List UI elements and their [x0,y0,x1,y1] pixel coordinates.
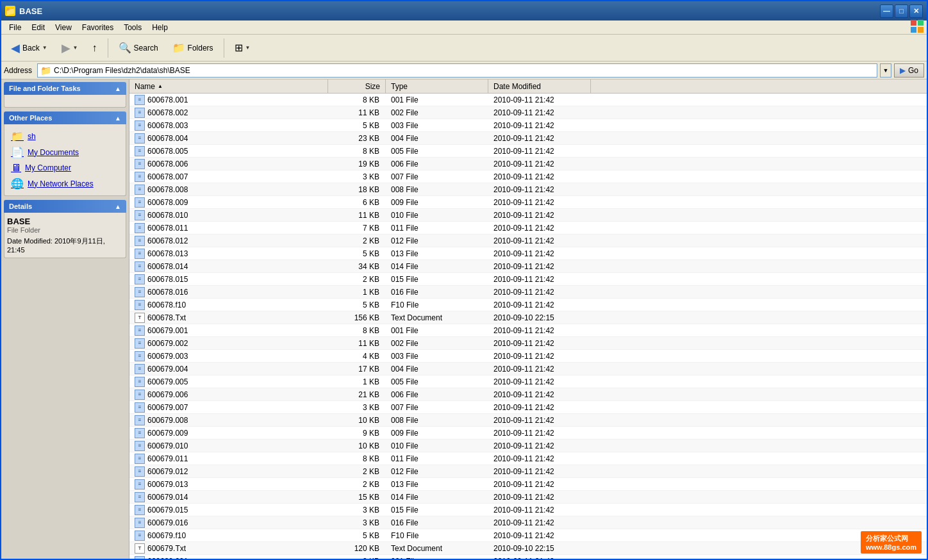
table-row[interactable]: ≡ 600678.010 11 KB 010 File 2010-09-11 2… [129,209,927,222]
table-row[interactable]: ≡ 600679.013 2 KB 013 File 2010-09-11 21… [129,478,927,491]
table-row[interactable]: ≡ 600678.012 2 KB 012 File 2010-09-11 21… [129,235,927,247]
file-date: 2010-09-11 21:42 [488,505,591,515]
views-dropdown-icon[interactable]: ▼ [245,45,251,51]
address-dropdown[interactable]: ▼ [880,63,891,78]
table-row[interactable]: ≡ 600678.015 2 KB 015 File 2010-09-11 21… [129,273,927,286]
table-row[interactable]: ≡ 600679.012 2 KB 012 File 2010-09-11 21… [129,465,927,478]
sidebar-item-mycomputer[interactable]: 🖥 My Computer [7,160,123,176]
table-row[interactable]: ≡ 600680.001 8 KB 001 File 2010-09-11 21… [129,555,927,559]
table-row[interactable]: ≡ 600679.007 3 KB 007 File 2010-09-11 21… [129,401,927,414]
file-date: 2010-09-11 21:42 [488,210,591,220]
table-row[interactable]: ≡ 600679.001 8 KB 001 File 2010-09-11 21… [129,324,927,337]
maximize-button[interactable]: □ [895,4,908,18]
file-type: 007 File [386,402,488,413]
col-header-name[interactable]: Name ▲ [129,79,328,93]
table-row[interactable]: ≡ 600679.002 11 KB 002 File 2010-09-11 2… [129,337,927,350]
other-collapse-icon[interactable]: ▲ [115,115,121,122]
table-row[interactable]: ≡ 600678.001 8 KB 001 File 2010-09-11 21… [129,94,927,106]
sidebar-tasks-header[interactable]: File and Folder Tasks ▲ [4,82,126,95]
table-row[interactable]: ≡ 600679.009 9 KB 009 File 2010-09-11 21… [129,427,927,440]
table-row[interactable]: ≡ 600678.011 7 KB 011 File 2010-09-11 21… [129,222,927,235]
file-date: 2010-09-11 21:42 [488,325,591,336]
table-row[interactable]: ≡ 600678.016 1 KB 016 File 2010-09-11 21… [129,286,927,299]
sidebar-other-header[interactable]: Other Places ▲ [4,111,126,124]
table-row[interactable]: ≡ 600678.006 19 KB 006 File 2010-09-11 2… [129,158,927,170]
col-header-size[interactable]: Size [328,79,386,93]
file-type: 016 File [386,287,488,297]
table-row[interactable]: ≡ 600678.002 11 KB 002 File 2010-09-11 2… [129,106,927,119]
table-row[interactable]: ≡ 600679.005 1 KB 005 File 2010-09-11 21… [129,375,927,388]
window-icon: 📁 [5,6,15,16]
folders-button[interactable]: 📁 Folders [167,37,219,59]
table-row[interactable]: ≡ 600678.f10 5 KB F10 File 2010-09-11 21… [129,299,927,311]
minimize-button[interactable]: — [880,4,893,18]
table-row[interactable]: ≡ 600679.010 10 KB 010 File 2010-09-11 2… [129,440,927,452]
table-row[interactable]: ≡ 600679.f10 5 KB F10 File 2010-09-11 21… [129,529,927,542]
search-button[interactable]: 🔍 Search [113,37,164,59]
file-name: 600678.010 [147,211,188,220]
address-input[interactable] [54,66,874,75]
col-header-date[interactable]: Date Modified [488,79,591,93]
table-row[interactable]: ≡ 600678.004 23 KB 004 File 2010-09-11 2… [129,132,927,145]
table-row[interactable]: ≡ 600679.003 4 KB 003 File 2010-09-11 21… [129,350,927,363]
file-size: 15 KB [328,492,386,502]
forward-button[interactable]: ▶ ▼ [56,37,84,59]
close-button[interactable]: ✕ [909,4,923,18]
go-arrow-icon: ▶ [900,66,906,75]
sidebar-item-sh[interactable]: 📁 sh [7,128,123,144]
menu-favorites[interactable]: Favorites [77,22,119,33]
table-row[interactable]: ≡ 600678.005 8 KB 005 File 2010-09-11 21… [129,145,927,158]
sidebar-other-label: Other Places [9,114,52,122]
table-row[interactable]: ≡ 600679.014 15 KB 014 File 2010-09-11 2… [129,491,927,504]
back-button[interactable]: ◀ Back ▼ [5,37,53,59]
details-collapse-icon[interactable]: ▲ [115,203,121,210]
file-icon: ≡ [135,441,145,451]
sidebar-item-mynetworkplaces[interactable]: 🌐 My Network Places [7,176,123,192]
tasks-collapse-icon[interactable]: ▲ [115,85,121,92]
file-size: 3 KB [328,402,386,413]
file-date: 2010-09-11 21:42 [488,479,591,490]
details-date: Date Modified: 2010年9月11日, 21:45 [7,236,123,254]
table-row[interactable]: ≡ 600679.015 3 KB 015 File 2010-09-11 21… [129,504,927,516]
table-row[interactable]: ≡ 600679.006 21 KB 006 File 2010-09-11 2… [129,388,927,401]
table-row[interactable]: ≡ 600678.007 3 KB 007 File 2010-09-11 21… [129,170,927,183]
file-date: 2010-09-11 21:42 [488,249,591,259]
file-date: 2010-09-11 21:42 [488,197,591,208]
table-row[interactable]: ≡ 600678.003 5 KB 003 File 2010-09-11 21… [129,119,927,132]
menu-help[interactable]: Help [147,22,173,33]
back-dropdown-icon[interactable]: ▼ [42,45,47,51]
table-row[interactable]: T 600678.Txt 156 KB Text Document 2010-0… [129,311,927,324]
file-type: 001 File [386,325,488,336]
file-type: 015 File [386,505,488,515]
col-header-type[interactable]: Type [386,79,488,93]
table-row[interactable]: ≡ 600679.008 10 KB 008 File 2010-09-11 2… [129,414,927,427]
file-date: 2010-09-11 21:42 [488,120,591,131]
table-row[interactable]: ≡ 600679.011 8 KB 011 File 2010-09-11 21… [129,452,927,465]
menu-file[interactable]: File [4,22,26,33]
svg-rect-1 [918,20,924,26]
sidebar-item-mydocuments[interactable]: 📄 My Documents [7,144,123,160]
views-button[interactable]: ⊞ ▼ [229,37,256,59]
table-row[interactable]: ≡ 600678.014 34 KB 014 File 2010-09-11 2… [129,260,927,273]
sidebar: File and Folder Tasks ▲ Other Places ▲ 📁… [1,79,129,559]
file-name: 600678.004 [147,134,188,143]
file-date: 2010-09-10 22:15 [488,543,591,554]
file-icon: ≡ [135,325,145,336]
go-button[interactable]: ▶ Go [894,63,924,78]
menu-tools[interactable]: Tools [119,22,147,33]
sidebar-details-header[interactable]: Details ▲ [4,200,126,213]
forward-dropdown-icon[interactable]: ▼ [73,45,78,51]
sh-folder-icon: 📁 [11,130,24,142]
file-type: 010 File [386,441,488,451]
menu-view[interactable]: View [50,22,77,33]
table-row[interactable]: ≡ 600678.009 6 KB 009 File 2010-09-11 21… [129,196,927,209]
menu-edit[interactable]: Edit [26,22,50,33]
table-row[interactable]: T 600679.Txt 120 KB Text Document 2010-0… [129,542,927,555]
table-row[interactable]: ≡ 600678.013 5 KB 013 File 2010-09-11 21… [129,247,927,260]
table-row[interactable]: ≡ 600679.016 3 KB 016 File 2010-09-11 21… [129,516,927,529]
file-icon: ≡ [135,197,145,208]
table-row[interactable]: ≡ 600679.004 17 KB 004 File 2010-09-11 2… [129,363,927,375]
file-type: 014 File [386,492,488,502]
up-button[interactable]: ↑ [87,37,103,59]
table-row[interactable]: ≡ 600678.008 18 KB 008 File 2010-09-11 2… [129,183,927,196]
